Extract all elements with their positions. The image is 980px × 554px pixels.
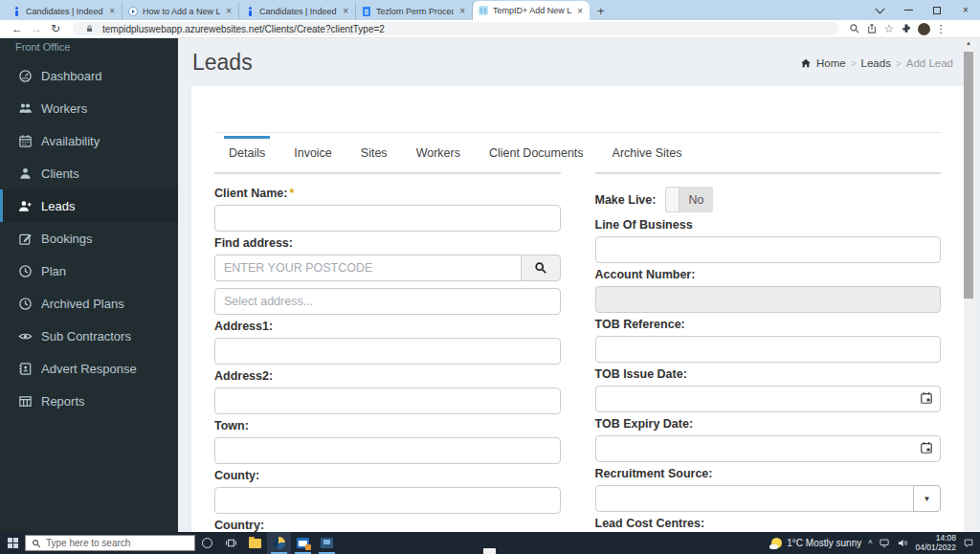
county-input[interactable]: [214, 487, 561, 514]
clock-icon: [18, 264, 33, 278]
sidebar-item-reports[interactable]: Reports: [0, 385, 178, 417]
tab-title: TempID+ Add New Lead: [493, 6, 571, 15]
tob-issue-date-label: TOB Issue Date:: [595, 367, 942, 382]
sidebar-item-availability[interactable]: Availability: [0, 124, 178, 157]
breadcrumb-home[interactable]: Home: [816, 57, 846, 69]
window-controls: ×: [865, 0, 980, 20]
sidebar-item-plan[interactable]: Plan: [0, 255, 178, 287]
tab-archive-sites[interactable]: Archive Sites: [598, 141, 697, 172]
browser-tab[interactable]: Candidates | Indeed.com ×: [239, 2, 356, 20]
weather-widget[interactable]: 1°C Mostly sunny: [771, 538, 861, 548]
browser-tab[interactable]: Tezlom Perm Procedure - Googl ×: [356, 2, 473, 20]
sidebar-item-label: Dashboard: [41, 69, 102, 83]
sidebar-item-workers[interactable]: Workers: [0, 92, 178, 124]
tab-invoice[interactable]: Invoice: [279, 141, 346, 172]
file-explorer-icon[interactable]: [243, 532, 267, 554]
scrollbar-thumb[interactable]: [964, 52, 973, 299]
google-docs-favicon: [363, 7, 370, 16]
postcode-input[interactable]: [214, 255, 521, 281]
url-text: tempidpluswebapp.azurewebsites.net/Clien…: [102, 24, 385, 34]
tempid-favicon: [479, 6, 488, 15]
sidebar-item-label: Sub Contractors: [41, 329, 131, 343]
taskbar-search-input[interactable]: [46, 538, 170, 548]
browser-tab-active[interactable]: TempID+ Add New Lead ×: [473, 1, 590, 20]
tray-chevron-icon[interactable]: ^: [868, 539, 872, 548]
page-scrollbar[interactable]: ▲: [964, 38, 973, 532]
share-icon[interactable]: [863, 21, 880, 36]
remote-app-icon[interactable]: [315, 532, 339, 554]
make-live-toggle[interactable]: No: [665, 187, 713, 212]
extension-icon[interactable]: [898, 21, 915, 36]
field-tob-issue-date: TOB Issue Date:: [595, 367, 942, 412]
tab-sites[interactable]: Sites: [346, 141, 402, 172]
url-bar[interactable]: tempidpluswebapp.azurewebsites.net/Clien…: [73, 22, 838, 35]
calendar-icon[interactable]: [920, 391, 933, 405]
monitor-icon[interactable]: [879, 538, 890, 548]
client-name-input[interactable]: [214, 205, 561, 232]
window-minimize-button[interactable]: [894, 0, 923, 20]
sidebar-item-advert-response[interactable]: Advert Response: [0, 352, 178, 385]
town-input[interactable]: [214, 437, 561, 464]
sidebar-item-label: Reports: [41, 394, 85, 409]
profile-avatar[interactable]: [915, 21, 932, 36]
browser-tab[interactable]: How to Add a New Lead onto Te ×: [122, 2, 239, 20]
volume-icon[interactable]: [897, 538, 908, 548]
chevron-down-icon[interactable]: ▼: [913, 485, 941, 512]
breadcrumb: Home > Leads > Add Lead: [800, 57, 953, 69]
forward-icon[interactable]: →: [27, 22, 46, 35]
back-icon[interactable]: ←: [8, 22, 27, 35]
sidebar-item-leads[interactable]: Leads: [0, 189, 178, 222]
sidebar-item-label: Leads: [41, 199, 75, 213]
edit-icon: [18, 232, 33, 246]
cortana-icon[interactable]: [195, 532, 219, 554]
reload-icon[interactable]: ↻: [46, 22, 65, 35]
tob-reference-input[interactable]: [595, 336, 942, 363]
tob-issue-date-input[interactable]: [595, 386, 942, 412]
lock-icon: [80, 21, 98, 36]
select-address-input[interactable]: [214, 288, 561, 315]
start-button[interactable]: [0, 532, 25, 554]
recruitment-source-select[interactable]: [595, 485, 942, 512]
form-column-left: Client Name:* Find address:: [214, 172, 561, 532]
tab-workers[interactable]: Workers: [402, 141, 475, 172]
tob-expiry-date-input[interactable]: [595, 435, 942, 462]
scrollbar-up-icon[interactable]: ▲: [966, 40, 971, 46]
taskbar-clock[interactable]: 14:08 04/01/2022: [915, 534, 956, 552]
window-chevron-icon[interactable]: [865, 0, 894, 20]
browser-taskbar-icon[interactable]: [267, 532, 291, 554]
address2-input[interactable]: [214, 388, 561, 414]
tab-client-documents[interactable]: Client Documents: [475, 141, 598, 172]
window-close-button[interactable]: ×: [951, 0, 980, 20]
tab-close-icon[interactable]: ×: [225, 6, 233, 16]
address1-input[interactable]: [214, 338, 561, 365]
browser-url-row: ← → ↻ tempidpluswebapp.azurewebsites.net…: [0, 20, 980, 38]
sidebar-item-sub-contractors[interactable]: Sub Contractors: [0, 320, 178, 352]
line-of-business-input[interactable]: [595, 236, 942, 263]
client-name-label: Client Name:: [214, 187, 287, 200]
address2-label: Address2:: [214, 369, 561, 384]
tab-close-icon[interactable]: ×: [342, 6, 349, 16]
sidebar-item-archived-plans[interactable]: Archived Plans: [0, 287, 178, 320]
sidebar-item-dashboard[interactable]: Dashboard: [0, 59, 178, 92]
postcode-search-button[interactable]: [521, 255, 561, 281]
sidebar-item-bookings[interactable]: Bookings: [0, 222, 178, 255]
window-maximize-button[interactable]: [923, 0, 951, 20]
browser-tab[interactable]: Candidates | Indeed.com ×: [6, 2, 122, 20]
taskbar-search[interactable]: [25, 535, 195, 551]
action-center-icon[interactable]: [963, 538, 974, 548]
field-tob-reference: TOB Reference:: [595, 318, 942, 363]
tob-reference-label: TOB Reference:: [595, 318, 942, 332]
tab-close-icon[interactable]: ×: [458, 6, 466, 16]
page-zoom-icon[interactable]: [846, 21, 863, 36]
bookmark-star-icon[interactable]: ☆: [880, 21, 898, 36]
tab-close-icon[interactable]: ×: [576, 6, 584, 16]
mail-app-icon[interactable]: [291, 532, 315, 554]
tab-details[interactable]: Details: [214, 141, 279, 172]
breadcrumb-leads[interactable]: Leads: [861, 57, 891, 69]
tab-close-icon[interactable]: ×: [108, 6, 116, 16]
browser-menu-icon[interactable]: ⋮: [932, 21, 949, 36]
sidebar-item-clients[interactable]: Clients: [0, 157, 178, 189]
task-view-icon[interactable]: [219, 532, 243, 554]
new-tab-button[interactable]: +: [590, 4, 612, 20]
calendar-icon[interactable]: [920, 441, 933, 454]
